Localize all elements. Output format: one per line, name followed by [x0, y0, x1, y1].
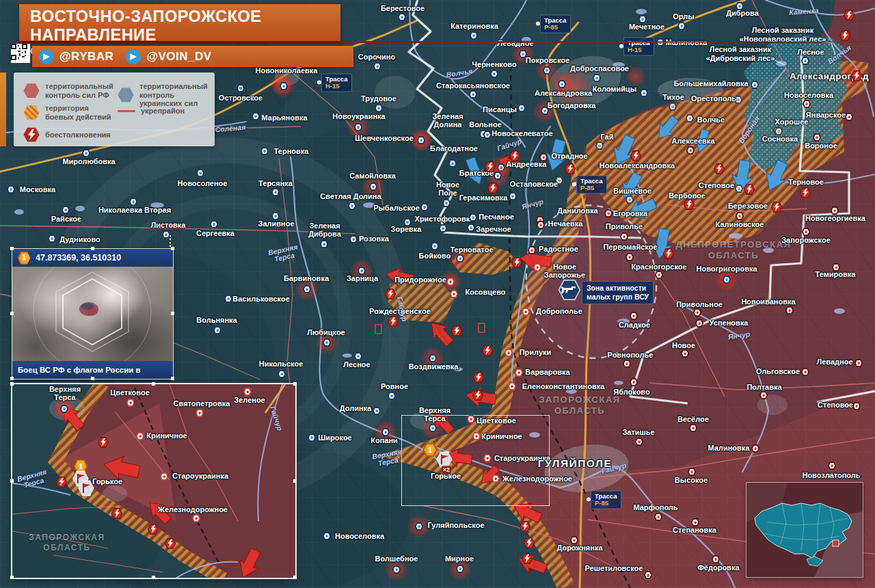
town-label: Широкое	[318, 434, 351, 442]
photo-inset: 1 47.873369, 36.510310 Боец ВС РФ с флаг…	[12, 249, 173, 379]
clash-icon	[800, 187, 811, 199]
clash-icon	[771, 202, 783, 213]
town-marker	[630, 312, 638, 321]
town-label: Нечаевка	[548, 220, 583, 228]
legend-ua-control-label: территориальный контроль украинских сил	[139, 82, 213, 108]
town-label: Диброва	[726, 10, 759, 18]
town-label: Шевченковское	[355, 135, 414, 143]
clash-icon	[451, 325, 463, 337]
town-label: Ровное	[381, 383, 408, 391]
town-label: Новоселовка	[784, 92, 833, 100]
town-label: Степовое	[818, 401, 853, 410]
town-marker	[528, 246, 537, 255]
town-marker	[431, 242, 440, 251]
town-label: Отрадное	[551, 152, 587, 161]
town-label: Приволье	[606, 223, 643, 231]
town-label: Новониколаевка	[256, 67, 318, 75]
town-marker	[210, 220, 219, 229]
road-label: ТрассаР-85	[576, 176, 607, 194]
photo-marker-1-icon: 1	[17, 251, 31, 265]
town-label: Гуляйпольское	[427, 522, 484, 530]
town-label: Николаевка Вторая	[98, 206, 171, 215]
clash-icon	[520, 521, 531, 533]
town-label: Песчаное	[479, 213, 514, 222]
town-marker	[126, 399, 135, 407]
town-marker	[278, 370, 286, 379]
town-label: Заречное	[476, 226, 511, 234]
town-label: Мирное	[445, 555, 474, 563]
town-marker	[439, 224, 448, 233]
town-label: Новое	[672, 342, 695, 350]
selection-handle	[293, 479, 297, 483]
town-label: Весёлое	[677, 416, 709, 424]
town-marker	[398, 13, 407, 22]
town-label: Верхняя Терса	[49, 386, 81, 401]
town-label: Сорочино	[358, 53, 395, 62]
road-label: ТрассаР-85	[591, 491, 621, 509]
selection-handle	[293, 382, 297, 386]
town-marker	[213, 326, 222, 335]
town-marker	[470, 31, 479, 40]
town-label: Писанцы	[483, 106, 517, 114]
selection-handle	[152, 382, 155, 386]
town-label: Берестовое	[381, 5, 425, 13]
town-label: Райское	[51, 215, 81, 224]
town-label: Любицкое	[307, 329, 345, 337]
clash-icon	[522, 553, 533, 565]
town-label: Покровское	[526, 57, 569, 65]
town-marker	[224, 295, 233, 304]
town-label: Зоревка	[391, 226, 422, 234]
town-marker	[467, 224, 476, 232]
photo-marker-number: 1	[17, 251, 31, 265]
selection-handle	[152, 576, 155, 579]
town-marker	[515, 369, 524, 377]
town-label: Орлы	[673, 13, 694, 21]
town-marker	[375, 104, 383, 113]
clash-icon	[684, 199, 695, 211]
town-marker	[801, 368, 810, 377]
town-label: Егоровка	[613, 210, 647, 218]
handle-rybar: @RYBAR	[59, 50, 113, 64]
town-label: Волчье	[697, 116, 725, 124]
town-label: Левадное	[816, 358, 852, 366]
clash-icon	[663, 248, 675, 260]
handle-voin-dv: @VOIN_DV	[146, 50, 211, 64]
town-label: Никольское	[259, 360, 304, 369]
river-label: Солёная	[215, 124, 246, 134]
town-label: Александровка	[535, 90, 592, 98]
river-label: Верхняя Терса	[16, 468, 49, 491]
selection-handle	[10, 479, 14, 483]
town-marker	[802, 228, 811, 237]
town-marker	[635, 438, 644, 446]
town-marker	[801, 57, 810, 66]
river-label: Верхняя Терса	[267, 243, 300, 265]
legend-combat-zone-icon	[23, 105, 40, 120]
town-label: Благодатное	[430, 145, 478, 153]
town-label: Андреевка	[507, 161, 547, 169]
flag-marker-icon	[436, 451, 453, 468]
town-marker	[354, 352, 363, 361]
town-marker	[504, 349, 513, 358]
town-label: Заливное	[258, 220, 294, 228]
town-marker	[7, 185, 16, 194]
town-marker	[490, 70, 499, 79]
town-label: Придорожное	[394, 276, 446, 284]
town-marker	[712, 555, 721, 564]
town-marker	[625, 253, 634, 262]
town-marker	[260, 147, 269, 156]
river-label: Янчур	[521, 198, 544, 211]
telegram-icon	[39, 49, 54, 64]
town-label: Долинка	[340, 405, 371, 413]
town-label: Красногорское	[631, 263, 686, 271]
town-marker	[695, 319, 704, 328]
clash-icon	[714, 163, 725, 175]
town-label: Успеновка	[710, 319, 749, 328]
town-label: Волшебное	[375, 555, 418, 563]
town-marker	[677, 22, 686, 31]
map-title: ВОСТОЧНО-ЗАПОРОЖСКОЕ НАПРАВЛЕНИЕ	[30, 8, 340, 44]
town-label: Новое Поле	[436, 181, 459, 197]
town-label: Железнодорожное	[502, 475, 572, 483]
town-marker	[681, 349, 690, 358]
town-label: Терновое	[788, 178, 824, 187]
selection-handle	[171, 247, 174, 250]
